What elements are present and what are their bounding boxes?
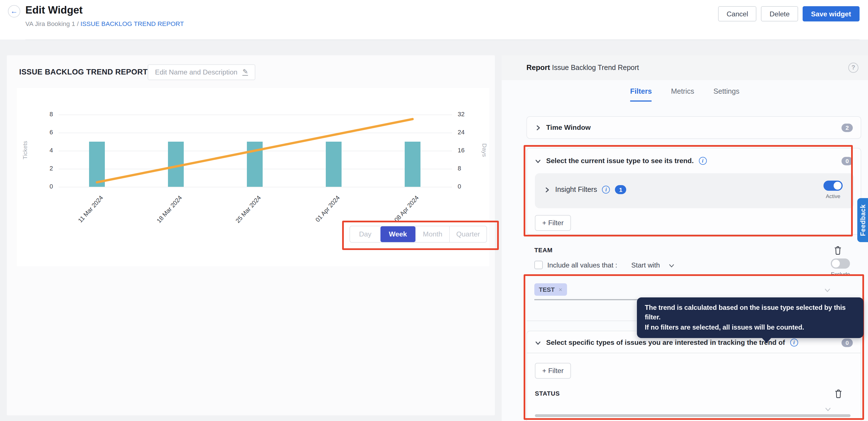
time-window-section[interactable]: Time Window 2: [526, 116, 861, 139]
granularity-day[interactable]: Day: [350, 226, 380, 242]
help-icon[interactable]: ?: [848, 63, 859, 73]
trash-icon[interactable]: [834, 246, 842, 255]
granularity-quarter[interactable]: Quarter: [449, 226, 487, 242]
include-all-values-checkbox[interactable]: [534, 261, 543, 269]
breadcrumb-report-link[interactable]: ISSUE BACKLOG TREND REPORT: [81, 20, 184, 27]
team-value-chip-label: TEST: [539, 286, 555, 293]
status-filter-name: STATUS: [535, 390, 560, 397]
chevron-down-icon[interactable]: [669, 262, 675, 269]
edit-name-description-button[interactable]: Edit Name and Description ✎: [148, 64, 256, 80]
tab-metrics[interactable]: Metrics: [671, 87, 694, 102]
breadcrumb-dashboard: VA Jira Booking 1 /: [25, 20, 81, 27]
granularity-toggle: Day Week Month Quarter: [349, 226, 487, 243]
report-settings-panel: Report Issue Backlog Trend Report ? Filt…: [502, 55, 868, 421]
add-filter-button[interactable]: + Filter: [535, 215, 571, 231]
pencil-icon: ✎: [243, 69, 248, 76]
header-actions: Cancel Delete Save widget: [718, 6, 860, 22]
chevron-down-icon: [535, 158, 541, 164]
panel-header-title: Report Issue Backlog Trend Report: [526, 55, 639, 80]
current-issue-type-header[interactable]: Select the current issue type to see its…: [535, 154, 853, 168]
info-icon[interactable]: i: [699, 157, 707, 165]
tooltip-line-1: The trend is calculated based on the iss…: [645, 303, 856, 323]
chevron-down-icon: [535, 339, 541, 346]
info-icon[interactable]: i: [790, 339, 798, 346]
tooltip-line-2: If no filters are selected, all issues w…: [645, 323, 856, 333]
edit-widget-page: ← Edit Widget VA Jira Booking 1 / ISSUE …: [0, 0, 868, 421]
active-toggle-label: Active: [819, 193, 847, 199]
time-window-badge: 2: [841, 123, 853, 132]
widget-preview-card: ISSUE BACKLOG TREND REPORT Edit Name and…: [7, 55, 495, 415]
panel-tabs: Filters Metrics Settings: [502, 87, 868, 102]
save-widget-button[interactable]: Save widget: [803, 6, 860, 22]
feedback-label: Feedback: [859, 204, 866, 236]
current-issue-type-section: Select the current issue type to see its…: [526, 148, 861, 235]
chevron-down-icon[interactable]: [825, 406, 831, 412]
panel-header-band: Report Issue Backlog Trend Report ?: [502, 55, 868, 80]
feedback-tab[interactable]: Feedback: [857, 198, 868, 242]
exclude-toggle-label: Exclude: [828, 271, 854, 277]
chevron-right-icon: [535, 124, 541, 131]
time-window-label: Time Window: [546, 123, 591, 132]
current-issue-type-badge: 0: [841, 157, 853, 165]
tooltip-arrow: [762, 337, 772, 343]
chevron-down-icon[interactable]: [824, 287, 830, 293]
add-filter-button[interactable]: + Filter: [535, 363, 571, 379]
operator-select[interactable]: Start with: [631, 261, 660, 269]
filter-tooltip: The trend is calculated based on the iss…: [637, 298, 864, 338]
info-icon[interactable]: i: [602, 186, 610, 194]
active-toggle[interactable]: [824, 180, 843, 191]
team-value-chip[interactable]: TEST ×: [534, 283, 567, 296]
granularity-week[interactable]: Week: [380, 226, 415, 242]
specific-issue-types-label: Select specific types of issues you are …: [546, 339, 785, 346]
include-all-values-label: Include all values that :: [547, 261, 617, 269]
horizontal-scrollbar[interactable]: [535, 414, 850, 417]
page-header: ← Edit Widget VA Jira Booking 1 / ISSUE …: [0, 0, 868, 39]
granularity-month[interactable]: Month: [415, 226, 449, 242]
card-divider: [527, 353, 861, 353]
panel-header-bold: Report: [526, 63, 550, 72]
exclude-toggle[interactable]: [831, 258, 850, 269]
header-divider: [25, 39, 860, 40]
team-filter-name: TEAM: [534, 247, 553, 253]
trash-icon[interactable]: [834, 389, 843, 398]
specific-issue-types-badge: 0: [841, 338, 853, 347]
chip-remove-icon[interactable]: ×: [559, 286, 562, 293]
insight-filters-card: Insight Filters i 1 Active: [535, 173, 854, 208]
page-title: Edit Widget: [25, 4, 83, 17]
tab-filters[interactable]: Filters: [630, 87, 652, 102]
chevron-right-icon: [544, 187, 550, 193]
delete-button[interactable]: Delete: [761, 6, 798, 22]
back-button[interactable]: ←: [8, 5, 20, 18]
cancel-button[interactable]: Cancel: [718, 6, 757, 22]
tab-settings[interactable]: Settings: [713, 87, 740, 102]
current-issue-type-label: Select the current issue type to see its…: [546, 157, 694, 165]
insight-filters-header[interactable]: Insight Filters i 1: [544, 185, 626, 194]
insight-filters-badge: 1: [615, 185, 626, 194]
specific-issue-types-section: Select specific types of issues you are …: [526, 331, 861, 421]
breadcrumb: VA Jira Booking 1 / ISSUE BACKLOG TREND …: [25, 20, 184, 27]
insight-filters-label: Insight Filters: [555, 186, 597, 194]
widget-title: ISSUE BACKLOG TREND REPORT: [19, 68, 148, 76]
edit-name-description-label: Edit Name and Description: [155, 68, 238, 76]
panel-header-rest: Issue Backlog Trend Report: [550, 64, 639, 72]
